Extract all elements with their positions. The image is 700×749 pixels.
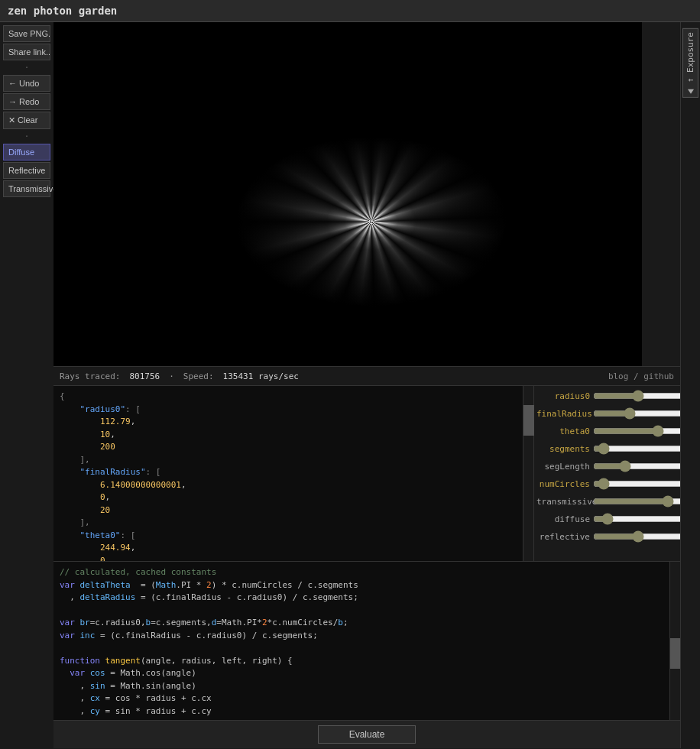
bottom-panels: { "radius0": [ 112.79, 10, 200 ], "final…	[53, 386, 680, 748]
title-bar: zen photon garden	[0, 0, 700, 22]
slider-label-segLength: segLength	[536, 462, 590, 472]
speed-label: Speed:	[183, 371, 214, 381]
slider-label-segments: segments	[536, 444, 590, 454]
slider-label-finalRadius: finalRadius	[536, 409, 590, 419]
blog-link[interactable]: blog	[608, 371, 629, 381]
slider-label-numCircles: numCircles	[536, 479, 590, 489]
share-link-button[interactable]: Share link...	[3, 44, 50, 60]
slider-row-finalRadius: finalRadius	[536, 406, 678, 421]
mode-reflective-button[interactable]: Reflective	[3, 162, 50, 179]
toolbar-dot-2: ·	[3, 131, 50, 142]
slider-label-transmissive: transmissive	[536, 497, 590, 507]
slider-row-segments: segments	[536, 441, 678, 456]
rays-value: 801756	[129, 371, 160, 381]
slider-input-reflective[interactable]	[593, 531, 680, 542]
center-column: Rays traced: 801756 · Speed: 135431 rays…	[53, 22, 680, 748]
speed-value: 135431 rays/sec	[223, 371, 299, 381]
exposure-button[interactable]: ↑ Exposure	[682, 28, 698, 98]
left-sidebar: Save PNG... Share link... · ← Undo → Red…	[0, 22, 53, 748]
status-links: blog / github	[608, 371, 674, 381]
slider-label-radius0: radius0	[536, 391, 590, 401]
mode-diffuse-button[interactable]: Diffuse	[3, 144, 50, 160]
toolbar-dot-1: ·	[3, 62, 50, 73]
status-left: Rays traced: 801756 · Speed: 135431 rays…	[60, 371, 299, 381]
status-dot: ·	[169, 371, 174, 381]
exposure-label-text: ↑ Exposure	[685, 32, 695, 83]
slider-row-segLength: segLength	[536, 459, 678, 474]
js-text-area[interactable]: // calculated, cached constants var delt…	[53, 562, 669, 720]
save-png-button[interactable]: Save PNG...	[3, 25, 50, 42]
evaluate-bar: Evaluate	[53, 720, 680, 748]
js-scrollbar-thumb[interactable]	[670, 638, 680, 669]
slider-row-diffuse: diffuse	[536, 511, 678, 527]
links-separator: /	[634, 371, 639, 381]
slider-input-segLength[interactable]	[593, 461, 680, 472]
undo-button[interactable]: ← Undo	[3, 75, 50, 92]
right-exposure-panel: ↑ Exposure	[680, 22, 700, 748]
evaluate-button[interactable]: Evaluate	[318, 725, 416, 744]
slider-input-numCircles[interactable]	[593, 478, 680, 489]
js-row: // calculated, cached constants var delt…	[53, 562, 680, 720]
redo-button[interactable]: → Redo	[3, 93, 50, 110]
json-text-area[interactable]: { "radius0": [ 112.79, 10, 200 ], "final…	[53, 386, 523, 561]
json-row: { "radius0": [ 112.79, 10, 200 ], "final…	[53, 386, 680, 562]
slider-row-transmissive: transmissive	[536, 494, 678, 509]
js-code-display: // calculated, cached constants var delt…	[60, 566, 663, 720]
render-image	[53, 22, 642, 366]
js-scrollbar-v[interactable]	[669, 562, 680, 720]
slider-input-radius0[interactable]	[593, 391, 680, 401]
slider-input-theta0[interactable]	[593, 426, 680, 436]
slider-row-radius0: radius0	[536, 388, 678, 404]
render-canvas[interactable]	[53, 22, 642, 366]
json-code-display: { "radius0": [ 112.79, 10, 200 ], "final…	[60, 391, 517, 561]
json-scrollbar-thumb[interactable]	[523, 405, 534, 436]
github-link[interactable]: github	[643, 371, 674, 381]
slider-input-finalRadius[interactable]	[593, 408, 680, 419]
slider-row-theta0: theta0	[536, 423, 678, 439]
slider-input-segments[interactable]	[593, 443, 680, 454]
slider-label-reflective: reflective	[536, 532, 590, 542]
slider-input-diffuse[interactable]	[593, 514, 680, 524]
slider-input-transmissive[interactable]	[593, 496, 680, 507]
rays-label: Rays traced:	[60, 371, 120, 381]
sliders-panel: radius0finalRadiustheta0segmentssegLengt…	[533, 386, 680, 561]
mode-transmissive-button[interactable]: Transmissive	[3, 180, 50, 197]
slider-label-theta0: theta0	[536, 426, 590, 436]
slider-label-diffuse: diffuse	[536, 514, 590, 524]
status-bar: Rays traced: 801756 · Speed: 135431 rays…	[53, 366, 680, 386]
app-title: zen photon garden	[8, 5, 117, 17]
clear-button[interactable]: ✕ Clear	[3, 112, 50, 129]
slider-row-reflective: reflective	[536, 529, 678, 544]
json-scrollbar-v[interactable]	[523, 386, 533, 561]
slider-row-numCircles: numCircles	[536, 476, 678, 491]
